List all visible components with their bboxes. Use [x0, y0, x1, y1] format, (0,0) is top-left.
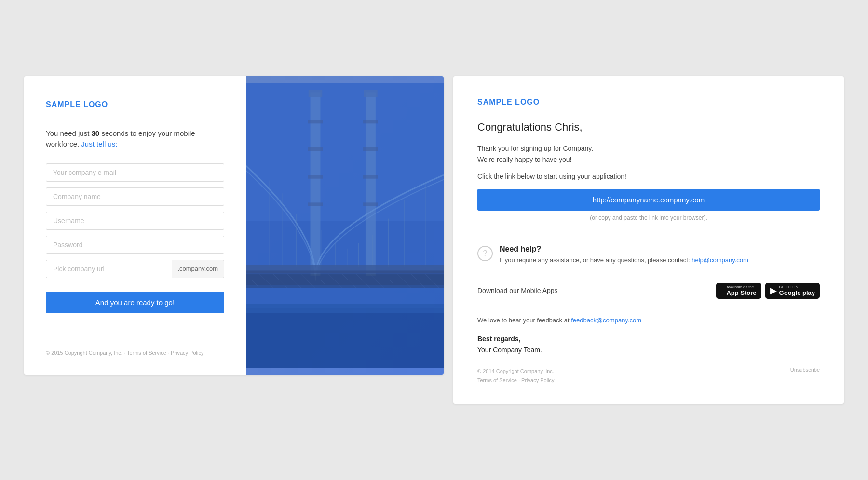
regards-line1: Best regards, — [477, 335, 520, 343]
right-panel: SAMPLE LOGO Congratulations Chris, Thank… — [453, 76, 844, 404]
svg-rect-26 — [246, 270, 444, 274]
thank-you-line2: We're really happy to have you! — [477, 156, 571, 163]
help-description: If you require any assistance, or have a… — [500, 255, 748, 265]
google-play-text: GET IT ON Google play — [779, 285, 815, 297]
form-fields: .company.com And you are ready to go! — [46, 163, 224, 335]
headline-num: 30 — [92, 129, 100, 137]
svg-rect-5 — [364, 90, 378, 96]
apple-icon:  — [721, 286, 724, 296]
app-store-badge[interactable]:  Available on the App Store — [716, 283, 761, 299]
username-input[interactable] — [46, 212, 224, 230]
apps-label: Download our Mobile Apps — [477, 287, 558, 294]
just-tell-us-link[interactable]: Just tell us: — [81, 140, 117, 148]
svg-rect-44 — [246, 285, 444, 308]
headline-pre: You need just — [46, 129, 92, 137]
help-title: Need help? — [500, 245, 748, 253]
help-text-block: Need help? If you require any assistance… — [500, 245, 748, 265]
password-input[interactable] — [46, 236, 224, 254]
email-input[interactable] — [46, 163, 224, 182]
company-link-button[interactable]: http://companyname.company.com — [477, 189, 820, 211]
app-store-text: Available on the App Store — [726, 285, 756, 297]
svg-rect-11 — [363, 147, 378, 151]
svg-rect-13 — [363, 202, 378, 206]
submit-button[interactable]: And you are ready to go! — [46, 292, 224, 313]
footer-text: © 2015 Copyright Company, Inc. · Terms o… — [46, 350, 203, 356]
svg-rect-10 — [363, 120, 378, 123]
svg-rect-9 — [308, 202, 323, 206]
app-badges:  Available on the App Store ▶ GET IT ON… — [716, 283, 820, 299]
regards-block: Best regards, Your Company Team. — [477, 333, 820, 355]
unsubscribe-link[interactable]: Unsubscribe — [790, 367, 820, 373]
form-headline: You need just 30 seconds to enjoy your m… — [46, 128, 224, 150]
email-footer-left: © 2014 Copyright Company, Inc. Terms of … — [477, 367, 555, 385]
click-link-text: Click the link below to start using your… — [477, 173, 820, 180]
left-logo: SAMPLE LOGO — [46, 100, 224, 109]
footer-copyright: © 2014 Copyright Company, Inc. — [477, 367, 555, 376]
svg-rect-43 — [246, 313, 444, 368]
apps-section: Download our Mobile Apps  Available on … — [477, 275, 820, 307]
help-email-link[interactable]: help@company.com — [692, 256, 748, 264]
bridge-image — [246, 76, 444, 375]
url-suffix: .company.com — [172, 260, 224, 278]
form-footer: © 2015 Copyright Company, Inc. · Terms o… — [46, 350, 224, 356]
right-logo: SAMPLE LOGO — [477, 98, 820, 107]
company-name-input[interactable] — [46, 187, 224, 206]
email-footer: © 2014 Copyright Company, Inc. Terms of … — [477, 367, 820, 385]
svg-rect-4 — [309, 90, 323, 96]
congrats-title: Congratulations Chris, — [477, 121, 820, 133]
help-icon: ? — [477, 246, 493, 261]
left-panel: SAMPLE LOGO You need just 30 seconds to … — [24, 76, 444, 375]
app-store-big: App Store — [726, 289, 756, 297]
google-play-big: Google play — [779, 289, 815, 297]
copy-paste-note: (or copy and paste the link into your br… — [477, 214, 820, 221]
help-section: ? Need help? If you require any assistan… — [477, 245, 820, 265]
feedback-text: We love to hear your feedback at feedbac… — [477, 317, 820, 324]
google-play-small: GET IT ON — [779, 285, 815, 289]
help-text-pre: If you require any assistance, or have a… — [500, 256, 692, 264]
url-input-row: .company.com — [46, 260, 224, 278]
divider-1 — [477, 235, 820, 235]
thank-you-line1: Thank you for signing up for Company. — [477, 145, 593, 152]
google-play-badge[interactable]: ▶ GET IT ON Google play — [765, 283, 820, 299]
regards-line2: Your Company Team. — [477, 346, 542, 354]
svg-rect-7 — [308, 147, 323, 151]
google-icon: ▶ — [770, 285, 777, 296]
app-store-small: Available on the — [726, 285, 756, 289]
footer-links: Terms of Service · Privacy Policy — [477, 376, 555, 385]
svg-rect-6 — [308, 120, 323, 123]
svg-rect-8 — [308, 175, 323, 179]
form-section: SAMPLE LOGO You need just 30 seconds to … — [24, 76, 246, 375]
feedback-email-link[interactable]: feedback@company.com — [571, 317, 641, 324]
footer-terms-link[interactable]: Terms of Service · Privacy Policy — [477, 377, 555, 383]
feedback-pre: We love to hear your feedback at — [477, 317, 571, 324]
thank-you-text: Thank you for signing up for Company. We… — [477, 143, 820, 166]
company-url-input[interactable] — [46, 260, 172, 278]
svg-rect-12 — [363, 175, 378, 179]
